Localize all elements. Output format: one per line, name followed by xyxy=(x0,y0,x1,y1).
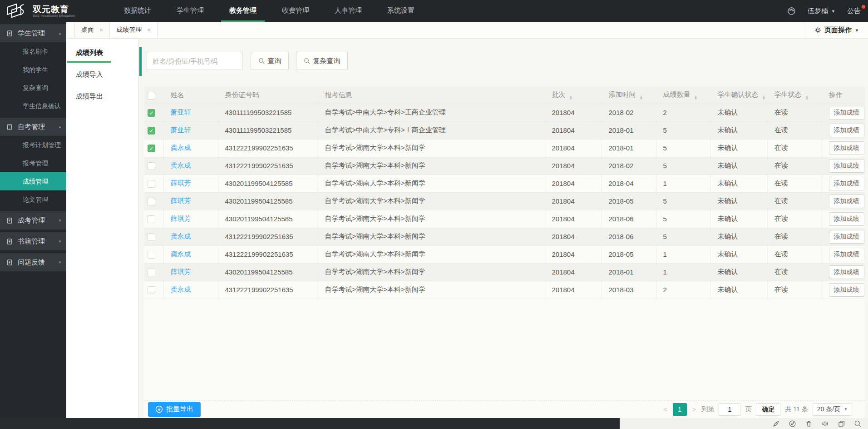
student-name-link[interactable]: 萧亚轩 xyxy=(171,108,191,116)
sidebar-item[interactable]: 报名刷卡 xyxy=(0,42,66,60)
nav-item[interactable]: 系统设置 xyxy=(379,0,423,22)
student-name-link[interactable]: 龚永成 xyxy=(171,285,191,293)
row-checkbox[interactable] xyxy=(148,251,155,259)
student-name-link[interactable]: 萧亚轩 xyxy=(171,126,191,134)
row-checkbox[interactable] xyxy=(148,269,155,276)
row-checkbox[interactable] xyxy=(148,233,155,241)
student-name-link[interactable]: 龚永成 xyxy=(171,161,191,169)
column-header[interactable]: 学生确认状态▲▼ xyxy=(710,87,767,104)
sidebar-item[interactable]: 我的学生 xyxy=(0,60,66,79)
add-score-button[interactable]: 添加成绩 xyxy=(829,248,864,261)
nav-item[interactable]: 人事管理 xyxy=(326,0,370,22)
sort-icon[interactable]: ▲▼ xyxy=(805,95,809,100)
complex-query-button[interactable]: 复杂查询 xyxy=(296,52,348,70)
add-score-button[interactable]: 添加成绩 xyxy=(829,159,864,173)
sort-icon[interactable]: ▲▼ xyxy=(694,95,698,100)
student-name-link[interactable]: 薛琪芳 xyxy=(171,197,191,205)
sidebar-item[interactable]: 复杂查询 xyxy=(0,79,66,97)
add-score-button[interactable]: 添加成绩 xyxy=(829,106,864,120)
sidebar-group[interactable]: 成考管理▼ xyxy=(0,211,66,229)
rocket-icon[interactable] xyxy=(772,420,780,428)
prev-page-button[interactable]: < xyxy=(662,405,668,413)
student-name-link[interactable]: 龚永成 xyxy=(171,250,191,258)
batch-cell: 201804 xyxy=(545,281,602,299)
submenu-item[interactable]: 成绩导入 xyxy=(66,65,138,86)
sidebar-item[interactable]: 成绩管理 xyxy=(0,172,66,190)
column-header[interactable]: 添加时间▲▼ xyxy=(602,87,656,104)
select-all-checkbox[interactable] xyxy=(148,92,155,100)
status-bar xyxy=(0,418,868,429)
column-header[interactable]: 学生状态▲▼ xyxy=(767,87,822,104)
column-header[interactable]: 批次▲▼ xyxy=(545,87,602,104)
nav-item[interactable]: 收费管理 xyxy=(274,0,317,22)
student-name-link[interactable]: 薛琪芳 xyxy=(171,268,191,275)
close-tab-icon[interactable]: × xyxy=(147,26,151,34)
row-checkbox[interactable]: ✓ xyxy=(148,109,155,117)
nav-item[interactable]: 学生管理 xyxy=(168,0,212,22)
add-score-button[interactable]: 添加成绩 xyxy=(829,265,864,279)
page-size-select[interactable]: 20 条/页 ▼ xyxy=(813,403,852,416)
notice-link[interactable]: 公告 xyxy=(847,7,864,15)
row-checkbox[interactable] xyxy=(148,198,155,205)
query-button[interactable]: 查询 xyxy=(251,52,289,70)
results-card: 姓名身份证号码报考信息批次▲▼添加时间▲▼成绩数量▲▼学生确认状态▲▼学生状态▲… xyxy=(144,87,865,418)
row-checkbox[interactable]: ✓ xyxy=(148,127,155,135)
sidebar-group[interactable]: 问题反馈▼ xyxy=(0,253,66,271)
confirm-status-cell: 未确认 xyxy=(710,192,767,210)
trash-icon[interactable] xyxy=(805,420,813,428)
sidebar-item[interactable]: 报考管理 xyxy=(0,154,66,172)
add-score-button[interactable]: 添加成绩 xyxy=(829,141,864,155)
add-score-button[interactable]: 添加成绩 xyxy=(829,124,864,137)
theme-palette-icon[interactable] xyxy=(787,7,796,15)
add-score-button[interactable]: 添加成绩 xyxy=(829,195,864,208)
nav-item[interactable]: 教务管理 xyxy=(221,0,265,22)
sort-icon[interactable]: ▲▼ xyxy=(569,95,573,100)
page-number-input[interactable] xyxy=(719,403,740,416)
sidebar-item[interactable]: 学生信息确认 xyxy=(0,97,66,115)
sort-icon[interactable]: ▲▼ xyxy=(762,95,766,100)
row-checkbox[interactable] xyxy=(148,215,155,223)
batch-export-button[interactable]: 批量导出 xyxy=(148,402,201,417)
student-name-link[interactable]: 龚永成 xyxy=(171,144,191,151)
row-checkbox[interactable] xyxy=(148,162,155,170)
student-name-link[interactable]: 龚永成 xyxy=(171,232,191,240)
sidebar-group[interactable]: 学生管理▲ xyxy=(0,24,66,42)
submenu-item[interactable]: 成绩列表 xyxy=(66,43,138,65)
status-bar-dark-segment xyxy=(0,418,620,429)
sidebar-item[interactable]: 报考计划管理 xyxy=(0,136,66,154)
close-tab-icon[interactable]: × xyxy=(99,26,103,34)
search-input[interactable] xyxy=(147,52,243,70)
current-page-button[interactable]: 1 xyxy=(673,403,687,416)
sidebar-group[interactable]: 自考管理▲ xyxy=(0,118,66,136)
add-score-button[interactable]: 添加成绩 xyxy=(829,212,864,226)
next-page-button[interactable]: > xyxy=(691,405,697,413)
row-checkbox[interactable]: ✓ xyxy=(148,145,155,152)
speaker-icon[interactable] xyxy=(821,420,829,428)
row-checkbox-cell xyxy=(144,245,163,263)
nav-item[interactable]: 数据统计 xyxy=(116,0,159,22)
row-checkbox-cell xyxy=(144,157,163,175)
sort-icon[interactable]: ▲▼ xyxy=(640,95,643,100)
tab[interactable]: 成绩管理× xyxy=(110,22,158,38)
status-tray xyxy=(772,418,862,429)
sidebar-group[interactable]: 书籍管理▼ xyxy=(0,232,66,250)
submenu-item[interactable]: 成绩导出 xyxy=(66,86,138,108)
windows-icon[interactable] xyxy=(838,420,845,428)
sidebar-item[interactable]: 论文管理 xyxy=(0,190,66,209)
student-name-link[interactable]: 薛琪芳 xyxy=(171,179,191,187)
search-icon[interactable] xyxy=(854,420,862,428)
page-actions-button[interactable]: 页面操作 ▼ xyxy=(805,22,868,38)
tab[interactable]: 桌面× xyxy=(74,22,110,38)
confirm-page-button[interactable]: 确定 xyxy=(756,403,780,416)
main-nav: 数据统计学生管理教务管理收费管理人事管理系统设置 xyxy=(111,0,427,22)
user-menu[interactable]: 伍梦楠 ▼ xyxy=(808,7,835,15)
add-score-button[interactable]: 添加成绩 xyxy=(829,230,864,244)
batch-export-label: 批量导出 xyxy=(166,405,193,414)
column-header[interactable]: 成绩数量▲▼ xyxy=(656,87,710,104)
row-checkbox[interactable] xyxy=(148,180,155,188)
student-name-link[interactable]: 薛琪芳 xyxy=(171,214,191,222)
add-score-button[interactable]: 添加成绩 xyxy=(829,283,864,297)
compass-icon[interactable] xyxy=(789,420,796,428)
add-score-button[interactable]: 添加成绩 xyxy=(829,177,864,190)
row-checkbox[interactable] xyxy=(148,286,155,294)
